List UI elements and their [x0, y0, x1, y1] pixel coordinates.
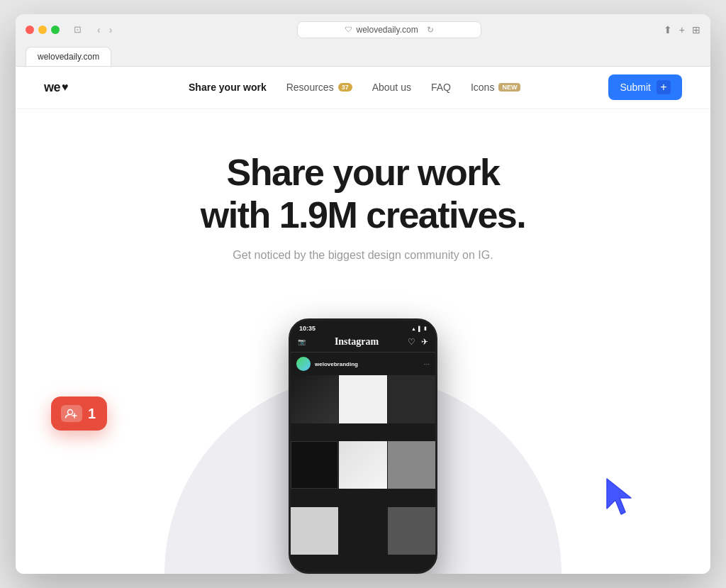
submit-label: Submit — [620, 82, 651, 93]
browser-actions: ⬆ + ⊞ — [664, 24, 700, 35]
hero-title: Share your work with 1.9M creatives. — [30, 152, 696, 237]
nav-faq[interactable]: FAQ — [431, 82, 451, 93]
instagram-logo: Instagram — [335, 336, 379, 348]
instagram-action-icons: ♡ ✈ — [408, 337, 428, 347]
submit-button[interactable]: Submit + — [608, 74, 682, 100]
phone-screen: 10:35 ▲ ▌ ▮ 📷 Instagram — [291, 321, 435, 572]
logo-text: we — [44, 80, 60, 95]
icons-badge: NEW — [498, 83, 520, 91]
url-text: welovedaily.com — [357, 25, 418, 35]
active-tab[interactable]: welovedaily.com — [26, 47, 111, 66]
close-button[interactable] — [26, 26, 34, 34]
phone-statusbar: 10:35 ▲ ▌ ▮ — [291, 321, 435, 333]
notification-count: 1 — [88, 406, 96, 422]
ig-grid-cell-4 — [291, 441, 338, 489]
site-content: we♥ Share your work Resources 37 About u… — [16, 67, 710, 575]
ig-grid-cell-1 — [291, 375, 338, 423]
instagram-header: 📷 Instagram ♡ ✈ — [291, 333, 435, 353]
browser-tabs: welovedaily.com — [26, 44, 700, 66]
nav-share-your-work[interactable]: Share your work — [189, 82, 267, 93]
hero-title-line1: Share your work — [227, 152, 500, 193]
navbar: we♥ Share your work Resources 37 About u… — [16, 67, 710, 109]
phone-area: 1 10:35 ▲ ▌ ▮ — [30, 304, 696, 574]
browser-chrome: ⊡ ‹ › 🛡 welovedaily.com ↻ ⬆ + ⊞ — [16, 14, 710, 67]
ig-grid-cell-8 — [339, 507, 386, 555]
hero-subtitle: Get noticed by the biggest design commun… — [30, 249, 696, 262]
nav-resources[interactable]: Resources 37 — [286, 82, 352, 93]
cursor-arrow — [604, 476, 640, 517]
minimize-button[interactable] — [38, 26, 47, 34]
heart-icon: ♡ — [408, 337, 415, 347]
battery-icon: ▮ — [424, 326, 427, 331]
browser-nav-arrows: ‹ › — [94, 23, 115, 37]
security-icon: 🛡 — [345, 26, 352, 33]
hero-title-line2: with 1.9M creatives. — [201, 194, 525, 235]
nav-icons[interactable]: Icons NEW — [471, 82, 520, 93]
ig-grid-cell-6 — [388, 441, 435, 489]
follow-icon — [61, 405, 82, 422]
hero-section: Share your work with 1.9M creatives. Get… — [16, 109, 710, 575]
logo[interactable]: we♥ — [44, 80, 101, 95]
new-tab-icon[interactable]: + — [679, 24, 685, 35]
nav-about-us[interactable]: About us — [372, 82, 411, 93]
ig-avatar — [296, 357, 311, 371]
share-icon[interactable]: ⬆ — [664, 24, 672, 35]
address-bar[interactable]: 🛡 welovedaily.com ↻ — [297, 21, 481, 38]
signal-icon: ▌ — [418, 326, 422, 331]
submit-plus-icon: + — [657, 80, 671, 94]
camera-icon: 📷 — [298, 338, 306, 345]
phone-time: 10:35 — [299, 325, 315, 332]
ig-grid-cell-9 — [388, 507, 435, 555]
window-controls: ⊡ — [71, 23, 84, 36]
ig-grid-cell-7 — [291, 507, 338, 555]
notification-bubble: 1 — [51, 396, 107, 431]
logo-heart: ♥ — [62, 81, 68, 94]
ig-photo-grid — [291, 375, 435, 572]
address-bar-container: 🛡 welovedaily.com ↻ — [122, 21, 656, 38]
nav-actions: Submit + — [608, 74, 682, 100]
ig-grid-cell-2 — [339, 375, 386, 423]
wifi-icon: ▲ — [411, 326, 416, 331]
phone-status-icons: ▲ ▌ ▮ — [411, 326, 427, 331]
traffic-lights — [26, 26, 60, 34]
refresh-icon[interactable]: ↻ — [427, 25, 434, 35]
ig-grid-cell-3 — [388, 375, 435, 423]
ig-more-icon: ··· — [424, 360, 430, 368]
forward-button[interactable]: › — [106, 23, 116, 37]
browser-titlebar: ⊡ ‹ › 🛡 welovedaily.com ↻ ⬆ + ⊞ — [26, 21, 700, 38]
ig-grid-cell-5 — [339, 441, 386, 489]
sidebar-toggle-icon[interactable]: ⊡ — [71, 23, 84, 36]
svg-point-0 — [68, 410, 73, 415]
send-icon: ✈ — [421, 337, 428, 347]
maximize-button[interactable] — [51, 26, 60, 34]
ig-profile-bar: welovebranding ··· — [291, 353, 435, 375]
grid-icon[interactable]: ⊞ — [692, 24, 700, 35]
resources-badge: 37 — [338, 83, 352, 91]
ig-username: welovebranding — [315, 361, 358, 367]
nav-links: Share your work Resources 37 About us FA… — [101, 82, 608, 93]
phone-mockup: 10:35 ▲ ▌ ▮ 📷 Instagram — [289, 318, 437, 574]
back-button[interactable]: ‹ — [94, 23, 104, 37]
browser-window: ⊡ ‹ › 🛡 welovedaily.com ↻ ⬆ + ⊞ — [16, 14, 710, 575]
